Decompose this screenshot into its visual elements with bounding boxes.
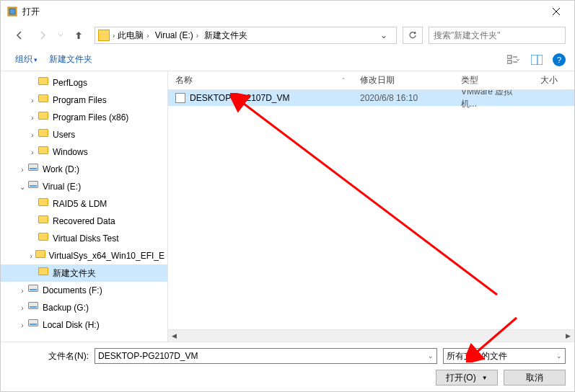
folder-icon [98,30,110,41]
tree-item[interactable]: ›Documents (F:) [1,282,167,299]
tree-item[interactable]: ⌄Virual (E:) [1,178,167,195]
scroll-left-icon[interactable]: ◀ [168,330,180,342]
breadcrumb-dropdown-icon[interactable]: ⌄ [374,30,393,40]
chevron-icon[interactable]: ⌄ [17,183,28,191]
tree-item-label: Virtual Disks Test [53,233,119,244]
horizontal-scrollbar[interactable]: ◀ ▶ [168,329,574,342]
chevron-icon[interactable]: › [27,252,35,260]
tree-item[interactable]: PerfLogs [1,74,167,92]
folder-icon [38,267,50,279]
chevron-icon[interactable]: › [17,287,28,295]
breadcrumb-item: Virual (E:)› [152,30,201,40]
tree-item-label: Windows [53,147,88,157]
open-button[interactable]: 打开(O) ▼ [436,370,498,386]
search-input[interactable] [429,27,566,44]
tree-item-label: Users [53,130,75,140]
chevron-icon[interactable]: › [27,131,38,139]
chevron-icon[interactable]: › [27,114,38,122]
tree-item-label: Backup (G:) [43,303,89,313]
new-folder-button[interactable]: 新建文件夹 [43,50,98,68]
column-date[interactable]: 修改日期 [353,74,454,86]
chevron-icon[interactable]: › [17,321,28,329]
tree-item-label: PerfLogs [53,78,87,88]
svg-rect-3 [507,61,512,63]
folder-icon [38,77,50,89]
sort-arrow-icon: ˄ [342,77,346,84]
file-date: 2020/6/8 16:10 [353,93,454,103]
tree-item[interactable]: Recovered Data [1,213,167,230]
folder-icon [38,233,50,244]
tree-item[interactable]: Virtual Disks Test [1,230,167,247]
tree-item-label: 新建文件夹 [53,267,96,280]
folder-icon [35,250,45,262]
cancel-button[interactable]: 取消 [504,370,566,386]
tree-item-label: Documents (F:) [43,285,102,295]
tree-item-label: Recovered Data [53,216,115,226]
folder-icon [38,215,50,227]
drive-icon [28,164,40,175]
tree-item-label: Work (D:) [43,164,79,174]
file-name: DESKTOP-PG2107D_VM [190,93,290,103]
chevron-icon[interactable]: › [27,148,38,156]
column-size[interactable]: 大小 [533,74,574,86]
tree-item-label: Local Disk (H:) [43,320,100,330]
close-button[interactable] [540,1,573,22]
chevron-down-icon[interactable]: ⌄ [556,352,562,360]
tree-item[interactable]: RAID5 & LDM [1,195,167,213]
tree-pane[interactable]: PerfLogs›Program Files›Program Files (x8… [1,71,168,342]
filename-label: 文件名(N): [9,350,89,362]
drive-icon [28,181,40,192]
chevron-down-icon[interactable]: ⌄ [428,352,434,360]
refresh-button[interactable] [403,27,423,44]
vm-file-icon [175,93,185,103]
scroll-right-icon[interactable]: ▶ [562,330,574,342]
drive-icon [28,302,40,313]
drive-icon [28,319,40,331]
filename-input[interactable]: DESKTOP-PG2107D_VM ⌄ [95,348,437,364]
recent-dropdown[interactable] [56,25,66,45]
tree-item[interactable]: ›Work (D:) [1,161,167,178]
column-name[interactable]: 名称 ˄ [168,74,353,86]
svg-rect-2 [507,55,512,58]
tree-item[interactable]: ›Users [1,126,167,143]
window-title: 打开 [22,6,40,18]
filter-select[interactable]: 所有支持的文件 ⌄ [443,348,566,364]
tree-item[interactable]: ›VirtualSys_x64_Win10_EFI_E [1,247,167,264]
tree-item[interactable]: 新建文件夹 [1,264,167,282]
organize-button[interactable]: 组织 ▾ [9,50,43,68]
preview-pane-button[interactable] [530,53,544,67]
back-button[interactable] [9,25,30,45]
column-type[interactable]: 类型 [454,74,533,86]
svg-rect-6 [531,55,543,65]
file-row[interactable]: DESKTOP-PG2107D_VM2020/6/8 16:10VMware 虚… [168,90,574,106]
drive-icon [28,285,40,296]
tree-item-label: Virual (E:) [43,182,81,192]
folder-icon [38,146,50,158]
tree-item-label: RAID5 & LDM [53,199,107,209]
tree-item-label: VirtualSys_x64_Win10_EFI_E [48,251,164,261]
file-type: VMware 虚拟机... [454,90,533,110]
folder-icon [38,112,50,123]
view-mode-button[interactable] [506,53,521,67]
svg-rect-1 [9,9,15,14]
tree-item[interactable]: ›Program Files (x86) [1,109,167,126]
up-button[interactable] [69,25,89,45]
tree-item[interactable]: ›Backup (G:) [1,299,167,316]
tree-item[interactable]: ›Windows [1,143,167,161]
app-icon [6,6,18,17]
forward-button[interactable] [32,25,53,45]
tree-item-label: Program Files (x86) [53,112,128,122]
tree-item-label: Program Files [53,95,107,105]
folder-icon [38,94,50,106]
folder-icon [38,198,50,210]
tree-item[interactable]: ›Program Files [1,92,167,109]
help-button[interactable]: ? [553,53,566,66]
breadcrumb-item: 新建文件夹 [201,30,250,42]
chevron-icon[interactable]: › [27,97,38,104]
tree-item[interactable]: ›Local Disk (H:) [1,316,167,334]
chevron-icon[interactable]: › [17,304,28,312]
chevron-icon[interactable]: › [17,166,28,174]
breadcrumb[interactable]: › 此电脑› Virual (E:)› 新建文件夹 ⌄ [95,27,397,44]
list-header: 名称 ˄ 修改日期 类型 大小 [168,71,574,90]
folder-icon [38,129,50,141]
